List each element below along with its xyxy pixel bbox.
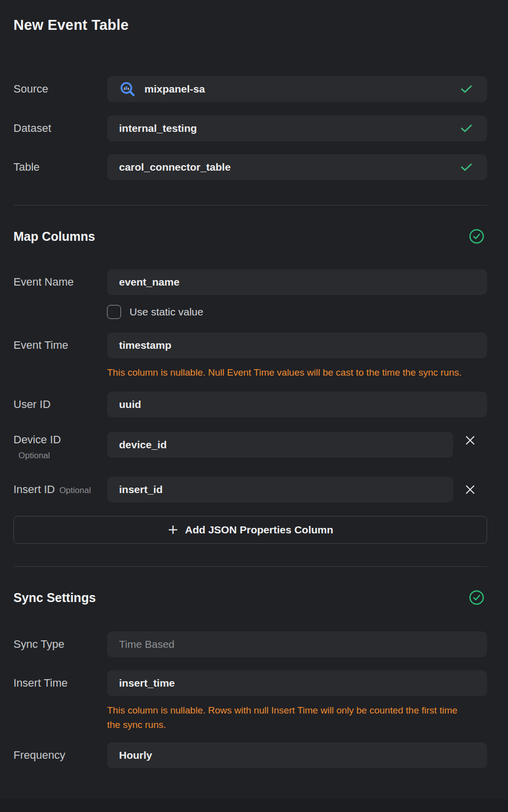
event-name-value: event_name (119, 276, 179, 288)
sync-type-value: Time Based (119, 638, 174, 650)
user-id-row: User ID uuid (13, 392, 487, 417)
bigquery-icon (119, 81, 136, 98)
device-id-label: Device ID (13, 433, 107, 446)
insert-id-select[interactable]: insert_id (107, 477, 453, 503)
sync-type-label: Sync Type (13, 638, 64, 650)
check-icon (461, 85, 472, 94)
dataset-row: Dataset internal_testing (13, 115, 487, 141)
map-columns-header: Map Columns (13, 229, 487, 244)
event-name-row: Event Name event_name (13, 269, 487, 295)
use-static-value-label: Use static value (129, 306, 203, 318)
dataset-select[interactable]: internal_testing (107, 115, 487, 141)
insert-time-select[interactable]: insert_time (107, 670, 487, 696)
insert-id-optional-label: Optional (59, 486, 91, 495)
insert-id-value: insert_id (119, 484, 163, 496)
circle-check-icon (469, 590, 485, 606)
event-name-label: Event Name (13, 276, 74, 288)
check-icon (461, 124, 472, 133)
source-label: Source (13, 83, 48, 95)
event-name-select[interactable]: event_name (107, 269, 487, 295)
user-id-value: uuid (119, 399, 141, 410)
user-id-label: User ID (13, 398, 51, 410)
dataset-label: Dataset (13, 122, 51, 134)
use-static-value-row[interactable]: Use static value (107, 305, 487, 319)
device-id-optional-label: Optional (18, 451, 107, 461)
map-columns-heading: Map Columns (13, 229, 95, 244)
insert-time-row: Insert Time insert_time (13, 670, 487, 696)
event-time-row: Event Time timestamp (13, 332, 487, 358)
event-time-value: timestamp (119, 339, 171, 351)
frequency-value: Hourly (119, 749, 152, 761)
sync-settings-header: Sync Settings (13, 590, 487, 605)
sync-settings-heading: Sync Settings (13, 591, 96, 605)
event-time-warning: This column is nullable. Null Event Time… (107, 365, 469, 380)
device-id-row: Device ID Optional device_id (13, 432, 487, 461)
frequency-select[interactable]: Hourly (107, 742, 487, 768)
dataset-value: internal_testing (119, 122, 197, 134)
table-label: Table (13, 161, 40, 173)
add-json-properties-label: Add JSON Properties Column (185, 524, 334, 536)
insert-id-row: Insert IDOptional insert_id (13, 477, 487, 503)
source-value: mixpanel-sa (144, 83, 205, 95)
table-value: carol_connector_table (119, 161, 231, 173)
source-select[interactable]: mixpanel-sa (107, 76, 487, 102)
source-row: Source mixpanel-sa (13, 76, 487, 102)
table-row: Table carol_connector_table (13, 154, 487, 180)
frequency-label: Frequency (13, 749, 65, 761)
add-json-properties-button[interactable]: + Add JSON Properties Column (13, 516, 487, 544)
sync-type-row: Sync Type Time Based (13, 631, 487, 657)
insert-time-warning: This column is nullable. Rows with null … (107, 703, 469, 732)
frequency-row: Frequency Hourly (13, 742, 487, 768)
plus-icon: + (167, 522, 179, 536)
circle-check-icon (469, 228, 485, 244)
page-title: New Event Table (13, 0, 487, 33)
event-time-select[interactable]: timestamp (107, 332, 487, 358)
user-id-select[interactable]: uuid (107, 392, 487, 417)
table-select[interactable]: carol_connector_table (107, 154, 487, 180)
use-static-value-checkbox[interactable] (107, 305, 121, 319)
sync-type-select: Time Based (107, 631, 487, 657)
device-id-select[interactable]: device_id (107, 432, 453, 458)
device-id-remove-button[interactable] (462, 432, 479, 449)
insert-time-value: insert_time (119, 677, 175, 689)
device-id-value: device_id (119, 439, 167, 451)
insert-id-label: Insert ID (13, 483, 55, 496)
insert-time-label: Insert Time (13, 677, 68, 689)
bottom-edge-strip (0, 799, 508, 812)
event-time-label: Event Time (13, 339, 68, 351)
insert-id-remove-button[interactable] (462, 481, 479, 498)
check-icon (461, 163, 472, 172)
section-divider (13, 566, 487, 567)
section-divider (13, 205, 487, 205)
